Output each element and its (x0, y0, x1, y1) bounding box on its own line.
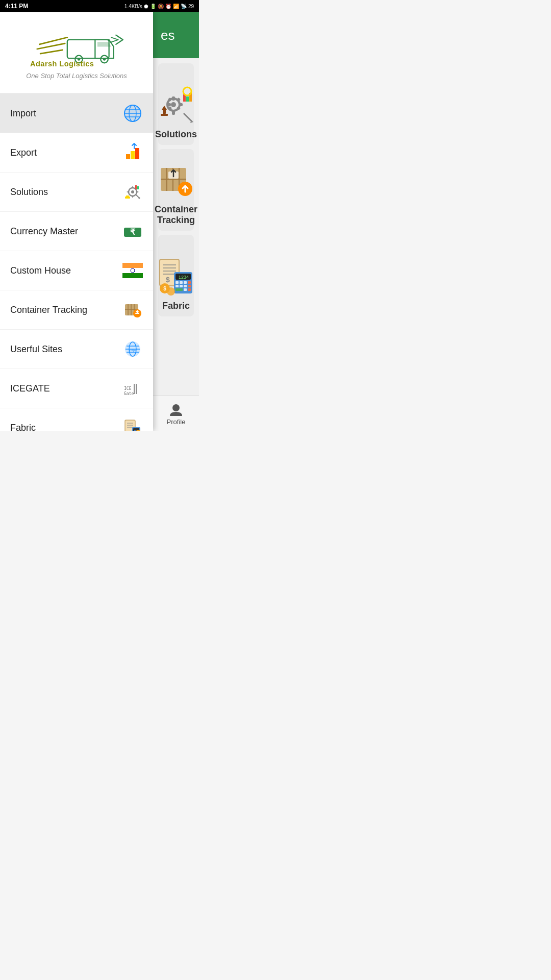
profile-icon (169, 403, 183, 417)
svg-point-17 (131, 190, 134, 193)
menu-item-icegate[interactable]: ICEGATE ICE Gate (0, 369, 153, 408)
svg-point-105 (172, 404, 180, 411)
container-card-icon (156, 160, 196, 201)
status-time: 4:11 PM (5, 3, 28, 10)
menu-custom-house-label: Custom House (10, 265, 71, 276)
network-speed: 1.4KB/s (124, 4, 142, 9)
custom-house-icon (122, 260, 143, 281)
menu-export-label: Export (10, 148, 37, 158)
svg-rect-98 (188, 285, 191, 287)
svg-rect-20 (135, 185, 137, 189)
solutions-icon (122, 182, 143, 202)
svg-text:ICE: ICE (124, 386, 132, 391)
svg-text:1234: 1234 (179, 275, 189, 280)
right-header: es (153, 12, 199, 58)
fabric-card-icon: $ 1234 (156, 257, 196, 298)
svg-rect-59 (172, 111, 175, 115)
svg-point-104 (167, 287, 175, 296)
svg-text:$: $ (166, 276, 170, 284)
svg-rect-91 (176, 281, 179, 284)
solutions-card-icon (156, 85, 196, 126)
battery-percent: 29 (188, 4, 194, 9)
signal-icon: 📶 (173, 4, 179, 9)
menu-userful-sites-label: Userful Sites (10, 344, 62, 355)
status-icons: 1.4KB/s ⬟ 🔋 🔕 ⏰ 📶 📡 29 (124, 4, 194, 9)
menu-item-currency[interactable]: Currency Master ₹ (0, 212, 153, 251)
status-bar: 4:11 PM 1.4KB/s ⬟ 🔋 🔕 ⏰ 📶 📡 29 (0, 0, 199, 12)
svg-line-70 (184, 113, 191, 121)
svg-rect-65 (177, 97, 181, 102)
cards-grid: Solutions Container (153, 58, 199, 431)
svg-rect-99 (176, 288, 183, 291)
svg-text:Adarsh Logistics: Adarsh Logistics (30, 60, 94, 68)
right-header-title: es (161, 28, 174, 43)
svg-rect-60 (167, 103, 171, 106)
menu-item-userful-sites[interactable]: Userful Sites https (0, 330, 153, 369)
bluetooth-icon: ⬟ (144, 4, 148, 9)
menu-item-export[interactable]: Export (0, 133, 153, 173)
menu-solutions-label: Solutions (10, 187, 48, 198)
drawer-logo: Adarsh Logistics One Stop Total Logistic… (0, 12, 153, 94)
drawer-menu: Import Export (0, 94, 153, 431)
svg-text:$: $ (134, 429, 136, 431)
userful-sites-icon: https (122, 339, 143, 359)
svg-rect-101 (188, 288, 191, 291)
svg-text:https: https (130, 349, 136, 352)
solutions-card[interactable]: Solutions (158, 63, 194, 145)
svg-text:₹: ₹ (130, 228, 136, 236)
menu-container-label: Container Tracking (10, 305, 87, 315)
svg-rect-95 (176, 285, 179, 287)
svg-rect-21 (137, 186, 139, 189)
profile-label: Profile (167, 418, 186, 426)
svg-rect-58 (172, 96, 175, 101)
svg-text:$: $ (163, 286, 166, 291)
container-tracking-card[interactable]: Container Tracking (158, 149, 194, 231)
logo-tagline: One Stop Total Logistics Solutions (26, 72, 127, 80)
container-card-label: Container Tracking (155, 204, 197, 226)
bottom-nav: Profile (153, 395, 199, 431)
svg-rect-67 (186, 96, 189, 102)
svg-rect-14 (135, 148, 139, 159)
svg-rect-97 (184, 285, 187, 287)
wifi-icon: 📡 (181, 4, 187, 9)
svg-rect-96 (180, 285, 183, 287)
svg-text:$: $ (137, 430, 139, 431)
currency-icon: ₹ (122, 221, 143, 241)
menu-import-label: Import (10, 108, 36, 119)
svg-rect-13 (131, 151, 135, 159)
svg-rect-72 (161, 114, 168, 116)
alarm-icon: ⏰ (165, 4, 171, 9)
svg-text:Gate: Gate (124, 391, 134, 396)
solutions-card-label: Solutions (155, 129, 197, 140)
menu-item-fabric[interactable]: Fabric $ $ (0, 408, 153, 431)
svg-rect-18 (125, 197, 130, 199)
menu-item-solutions[interactable]: Solutions (0, 173, 153, 212)
svg-point-4 (103, 58, 106, 60)
menu-icegate-label: ICEGATE (10, 383, 50, 394)
svg-rect-25 (122, 263, 143, 268)
menu-fabric-label: Fabric (10, 423, 36, 431)
svg-rect-19 (126, 195, 129, 197)
import-icon (122, 103, 143, 124)
profile-nav-item[interactable]: Profile (167, 403, 186, 426)
menu-item-container-tracking[interactable]: Container Tracking (0, 290, 153, 330)
battery-icon: 🔋 (150, 4, 156, 9)
svg-rect-28 (122, 273, 143, 278)
svg-rect-100 (184, 288, 187, 291)
svg-point-57 (171, 102, 176, 107)
menu-item-custom-house[interactable]: Custom House (0, 251, 153, 290)
fabric-card[interactable]: $ 1234 (158, 235, 194, 316)
icegate-icon: ICE Gate (122, 378, 143, 399)
menu-currency-label: Currency Master (10, 226, 78, 237)
svg-rect-92 (180, 281, 183, 284)
fabric-icon: $ $ (122, 418, 143, 431)
main-container: Adarsh Logistics One Stop Total Logistic… (0, 12, 199, 431)
svg-rect-94 (188, 281, 191, 284)
fabric-card-label: Fabric (162, 301, 190, 311)
svg-point-69 (183, 87, 191, 95)
drawer: Adarsh Logistics One Stop Total Logistic… (0, 12, 153, 431)
menu-item-import[interactable]: Import (0, 94, 153, 133)
svg-marker-74 (162, 106, 167, 110)
container-tracking-icon (122, 300, 143, 320)
right-panel: es (153, 12, 199, 431)
